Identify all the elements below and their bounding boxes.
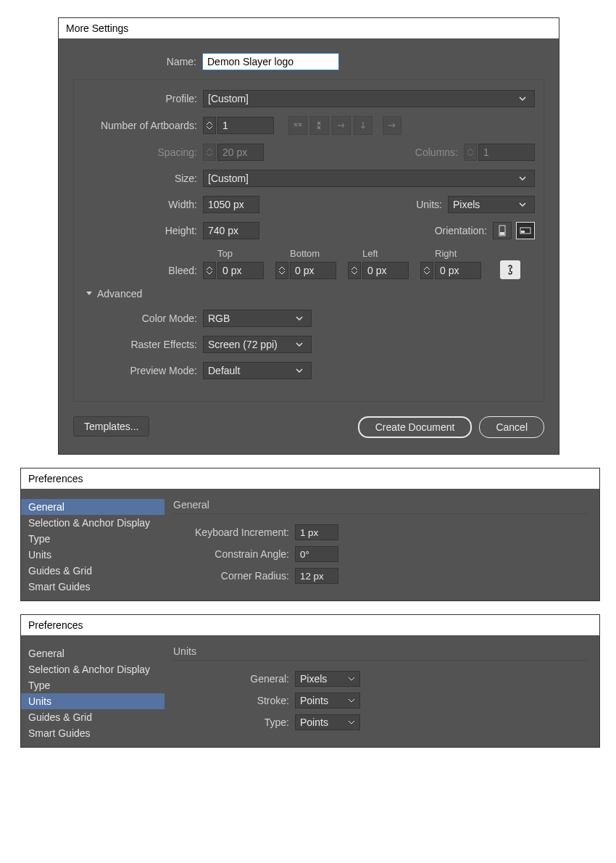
dialog-title: Preferences <box>21 468 599 489</box>
sidebar-item-type[interactable]: Type <box>21 677 165 693</box>
columns-input <box>478 144 535 161</box>
arrange-row-rtl-icon[interactable] <box>383 116 401 135</box>
sidebar-item-selection[interactable]: Selection & Anchor Display <box>21 661 165 677</box>
templates-button[interactable]: Templates... <box>73 416 149 437</box>
units-general-dropdown[interactable]: Pixels <box>295 671 360 687</box>
units-stroke-value: Points <box>300 695 328 706</box>
arrange-grid-row-icon[interactable] <box>288 116 307 135</box>
size-label: Size: <box>83 173 203 184</box>
sidebar-item-general[interactable]: General <box>21 499 165 515</box>
svg-rect-2 <box>520 228 530 234</box>
bleed-left-input[interactable] <box>362 262 409 279</box>
name-label: Name: <box>73 56 202 67</box>
chevron-down-icon <box>295 314 304 323</box>
bleed-label: Bleed: <box>83 265 203 279</box>
dialog-title: More Settings <box>59 18 559 38</box>
num-artboards-input[interactable] <box>217 117 274 134</box>
units-stroke-dropdown[interactable]: Points <box>295 693 360 709</box>
svg-rect-1 <box>500 232 504 235</box>
chevron-down-icon <box>518 174 527 183</box>
raster-effects-dropdown[interactable]: Screen (72 ppi) <box>203 336 312 353</box>
artboards-stepper[interactable] <box>203 117 216 134</box>
profile-value: [Custom] <box>208 93 249 104</box>
bleed-right-stepper[interactable] <box>420 262 433 279</box>
sidebar-item-smart-guides[interactable]: Smart Guides <box>21 725 165 741</box>
orientation-label: Orientation: <box>435 225 493 236</box>
advanced-section-header[interactable]: Advanced <box>86 288 535 300</box>
chevron-down-icon <box>348 673 355 685</box>
sidebar-item-selection[interactable]: Selection & Anchor Display <box>21 515 165 531</box>
units-value: Pixels <box>453 199 480 210</box>
keyboard-increment-input[interactable] <box>295 524 338 540</box>
color-mode-value: RGB <box>208 313 230 324</box>
corner-radius-input[interactable] <box>295 568 338 584</box>
bleed-top-label: Top <box>203 248 264 259</box>
arrange-col-down-icon[interactable] <box>354 116 372 135</box>
settings-group: Profile: [Custom] Number of Artboards: <box>73 79 544 402</box>
color-mode-dropdown[interactable]: RGB <box>203 310 312 327</box>
profile-dropdown[interactable]: [Custom] <box>203 90 535 107</box>
width-label: Width: <box>83 199 203 210</box>
num-artboards-label: Number of Artboards: <box>83 120 203 131</box>
create-document-button[interactable]: Create Document <box>358 416 473 438</box>
units-label: Units: <box>416 199 448 210</box>
chevron-down-icon <box>295 366 304 375</box>
chevron-down-icon <box>348 717 355 728</box>
advanced-label: Advanced <box>97 288 142 300</box>
units-general-label: General: <box>173 673 295 685</box>
preferences-units-dialog: Preferences General Selection & Anchor D… <box>20 614 600 748</box>
bleed-bottom-stepper[interactable] <box>275 262 288 279</box>
units-type-value: Points <box>300 717 328 728</box>
cancel-button[interactable]: Cancel <box>479 416 544 438</box>
units-type-label: Type: <box>173 717 295 728</box>
spacing-stepper <box>203 144 216 161</box>
orientation-landscape-button[interactable] <box>516 222 535 239</box>
preview-mode-label: Preview Mode: <box>83 365 203 376</box>
chevron-down-icon <box>518 200 527 209</box>
sidebar-item-guides-grid[interactable]: Guides & Grid <box>21 563 165 579</box>
columns-stepper <box>464 144 477 161</box>
raster-effects-label: Raster Effects: <box>83 339 203 350</box>
bleed-bottom-label: Bottom <box>275 248 336 259</box>
units-stroke-label: Stroke: <box>173 695 295 706</box>
section-header: General <box>173 499 588 514</box>
constrain-angle-input[interactable] <box>295 546 338 562</box>
sidebar-item-guides-grid[interactable]: Guides & Grid <box>21 709 165 725</box>
bleed-left-stepper[interactable] <box>348 262 361 279</box>
size-value: [Custom] <box>208 173 249 184</box>
bleed-right-input[interactable] <box>435 262 481 279</box>
preview-mode-dropdown[interactable]: Default <box>203 362 312 379</box>
bleed-top-input[interactable] <box>217 262 264 279</box>
columns-label: Columns: <box>415 146 464 158</box>
keyboard-increment-label: Keyboard Increment: <box>173 527 295 538</box>
bleed-bottom-input[interactable] <box>290 262 336 279</box>
size-dropdown[interactable]: [Custom] <box>203 170 535 187</box>
units-dropdown[interactable]: Pixels <box>448 196 535 213</box>
sidebar-item-units[interactable]: Units <box>21 693 165 709</box>
arrange-row-ltr-icon[interactable] <box>332 116 351 135</box>
bleed-top-stepper[interactable] <box>203 262 216 279</box>
section-header: Units <box>173 645 588 661</box>
chevron-down-icon <box>348 695 355 706</box>
sidebar-item-type[interactable]: Type <box>21 531 165 547</box>
sidebar-item-units[interactable]: Units <box>21 547 165 563</box>
name-input[interactable] <box>202 53 339 70</box>
preferences-general-dialog: Preferences General Selection & Anchor D… <box>20 468 600 601</box>
chevron-down-icon <box>518 94 527 103</box>
units-general-value: Pixels <box>300 673 327 685</box>
sidebar-item-general[interactable]: General <box>21 645 165 661</box>
sidebar-item-smart-guides[interactable]: Smart Guides <box>21 579 165 595</box>
spacing-input <box>217 144 264 161</box>
preferences-sidebar: General Selection & Anchor Display Type … <box>21 489 165 600</box>
dialog-title: Preferences <box>21 615 599 635</box>
chevron-down-icon <box>295 340 304 349</box>
bleed-link-button[interactable] <box>500 260 520 279</box>
raster-effects-value: Screen (72 ppi) <box>208 339 278 350</box>
orientation-portrait-button[interactable] <box>493 222 512 239</box>
units-type-dropdown[interactable]: Points <box>295 714 360 730</box>
height-input[interactable] <box>203 222 259 239</box>
arrange-grid-col-icon[interactable] <box>310 116 329 135</box>
width-input[interactable] <box>203 196 259 213</box>
height-label: Height: <box>83 225 203 236</box>
svg-rect-3 <box>521 231 525 233</box>
